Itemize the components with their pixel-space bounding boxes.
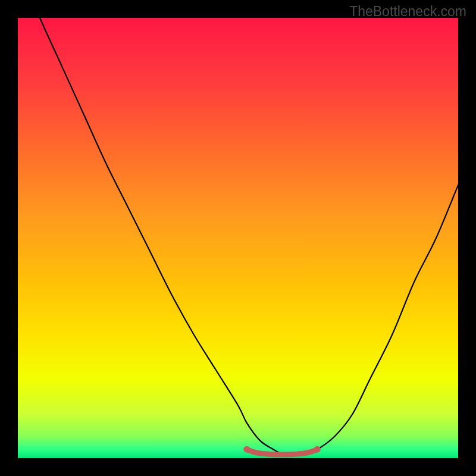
watermark-text: TheBottleneck.com bbox=[349, 4, 466, 20]
optimal-marker-dot-right bbox=[314, 446, 321, 453]
optimal-marker-dot-left bbox=[243, 446, 250, 453]
plot-area bbox=[18, 18, 458, 458]
curve-layer bbox=[18, 18, 458, 458]
optimal-marker bbox=[247, 449, 317, 455]
bottleneck-curve bbox=[18, 18, 458, 454]
